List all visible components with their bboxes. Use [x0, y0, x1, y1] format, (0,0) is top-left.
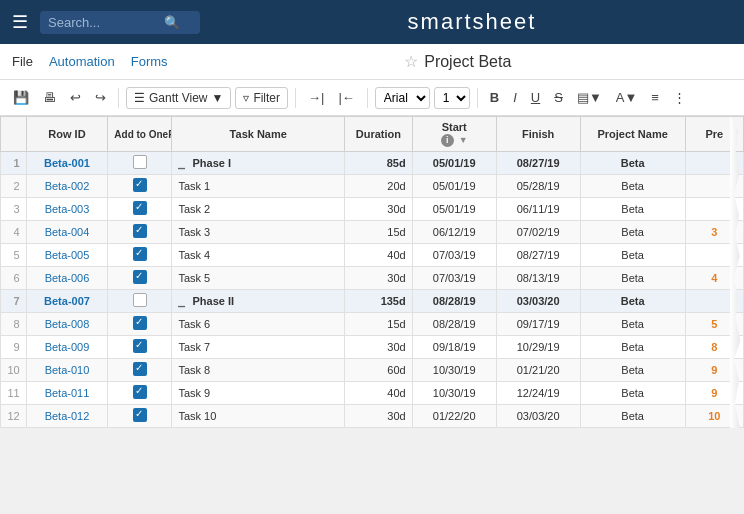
text-color-button[interactable]: A▼	[611, 87, 643, 108]
checked-checkbox[interactable]	[133, 339, 147, 353]
project-name-cell: Beta	[580, 152, 685, 175]
row-number: 10	[1, 359, 27, 382]
underline-button[interactable]: U	[526, 87, 545, 108]
italic-button[interactable]: I	[508, 87, 522, 108]
filter-button[interactable]: ▿ Filter	[235, 87, 288, 109]
row-id-cell: Beta-010	[26, 359, 108, 382]
toolbar-divider-2	[295, 88, 296, 108]
row-number: 3	[1, 198, 27, 221]
gantt-view-button[interactable]: ☰ Gantt View ▼	[126, 87, 231, 109]
col-header-finish[interactable]: Finish	[496, 117, 580, 152]
checked-checkbox[interactable]	[133, 224, 147, 238]
menu-bar: File Automation Forms ☆ Project Beta	[0, 44, 744, 80]
save-button[interactable]: 💾	[8, 87, 34, 108]
more-button[interactable]: ⋮	[668, 87, 691, 108]
strikethrough-button[interactable]: S	[549, 87, 568, 108]
menu-file[interactable]: File	[12, 54, 33, 69]
checkbox-cell[interactable]	[108, 152, 172, 175]
print-button[interactable]: 🖶	[38, 87, 61, 108]
finish-date-cell: 05/28/19	[496, 175, 580, 198]
finish-date-cell: 12/24/19	[496, 382, 580, 405]
checkbox-cell[interactable]	[108, 244, 172, 267]
menu-forms[interactable]: Forms	[131, 54, 168, 69]
checkbox-cell[interactable]	[108, 175, 172, 198]
row-id-cell: Beta-005	[26, 244, 108, 267]
unchecked-checkbox[interactable]	[133, 293, 147, 307]
search-box[interactable]: 🔍	[40, 11, 200, 34]
task-name-cell: ⎯ Phase II	[172, 290, 345, 313]
col-header-start[interactable]: Start i ▼	[412, 117, 496, 152]
align-button[interactable]: ≡	[646, 87, 664, 108]
row-number: 4	[1, 221, 27, 244]
checkbox-cell[interactable]	[108, 359, 172, 382]
row-id-cell: Beta-011	[26, 382, 108, 405]
checked-checkbox[interactable]	[133, 385, 147, 399]
font-family-select[interactable]: Arial	[375, 87, 430, 109]
checked-checkbox[interactable]	[133, 408, 147, 422]
spreadsheet-table: Row ID Add to OnePager Task Name Duratio…	[0, 116, 744, 428]
checkbox-cell[interactable]	[108, 336, 172, 359]
checked-checkbox[interactable]	[133, 178, 147, 192]
project-name-cell: Beta	[580, 290, 685, 313]
duration-cell: 40d	[345, 382, 413, 405]
checkbox-cell[interactable]	[108, 198, 172, 221]
start-date-cell: 05/01/19	[412, 175, 496, 198]
table-row: 7Beta-007⎯ Phase II135d08/28/1903/03/20B…	[1, 290, 744, 313]
phase-collapse-icon[interactable]: ⎯	[178, 295, 185, 307]
finish-date-cell: 09/17/19	[496, 313, 580, 336]
redo-button[interactable]: ↪	[90, 87, 111, 108]
start-date-cell: 07/03/19	[412, 267, 496, 290]
project-title-area: ☆ Project Beta	[184, 52, 732, 71]
checked-checkbox[interactable]	[133, 247, 147, 261]
checkbox-cell[interactable]	[108, 405, 172, 428]
project-name-cell: Beta	[580, 405, 685, 428]
start-date-cell: 08/28/19	[412, 313, 496, 336]
checkbox-cell[interactable]	[108, 382, 172, 405]
project-name-cell: Beta	[580, 221, 685, 244]
filter-label: Filter	[253, 91, 280, 105]
fill-color-button[interactable]: ▤▼	[572, 87, 607, 108]
project-star-icon[interactable]: ☆	[404, 52, 418, 71]
finish-date-cell: 03/03/20	[496, 405, 580, 428]
checked-checkbox[interactable]	[133, 362, 147, 376]
checked-checkbox[interactable]	[133, 201, 147, 215]
hamburger-menu-icon[interactable]: ☰	[12, 11, 28, 33]
indent-button[interactable]: →|	[303, 87, 329, 108]
duration-cell: 85d	[345, 152, 413, 175]
table-header-row: Row ID Add to OnePager Task Name Duratio…	[1, 117, 744, 152]
top-navigation-bar: ☰ 🔍 smartsheet	[0, 0, 744, 44]
bold-button[interactable]: B	[485, 87, 504, 108]
col-header-add-to-onepager[interactable]: Add to OnePager	[108, 117, 172, 152]
start-date-cell: 08/28/19	[412, 290, 496, 313]
data-table: Row ID Add to OnePager Task Name Duratio…	[0, 116, 744, 428]
row-number: 11	[1, 382, 27, 405]
col-header-duration[interactable]: Duration	[345, 117, 413, 152]
gantt-dropdown-icon: ▼	[211, 91, 223, 105]
row-number: 2	[1, 175, 27, 198]
checked-checkbox[interactable]	[133, 270, 147, 284]
checkbox-cell[interactable]	[108, 267, 172, 290]
menu-automation[interactable]: Automation	[49, 54, 115, 69]
col-header-row-id[interactable]: Row ID	[26, 117, 108, 152]
unchecked-checkbox[interactable]	[133, 155, 147, 169]
outdent-button[interactable]: |←	[333, 87, 359, 108]
checkbox-cell[interactable]	[108, 313, 172, 336]
duration-cell: 30d	[345, 405, 413, 428]
font-size-select[interactable]: 10	[434, 87, 470, 109]
phase-collapse-icon[interactable]: ⎯	[178, 157, 185, 169]
checked-checkbox[interactable]	[133, 316, 147, 330]
undo-button[interactable]: ↩	[65, 87, 86, 108]
task-name-cell: Task 9	[172, 382, 345, 405]
checkbox-cell[interactable]	[108, 221, 172, 244]
col-header-task-name[interactable]: Task Name	[172, 117, 345, 152]
toolbar: 💾 🖶 ↩ ↪ ☰ Gantt View ▼ ▿ Filter →| |← Ar…	[0, 80, 744, 116]
checkbox-cell[interactable]	[108, 290, 172, 313]
table-row: 2Beta-002 Task 120d05/01/1905/28/19Beta	[1, 175, 744, 198]
duration-cell: 30d	[345, 198, 413, 221]
col-header-project-name[interactable]: Project Name	[580, 117, 685, 152]
project-name-cell: Beta	[580, 382, 685, 405]
search-input[interactable]	[48, 15, 158, 30]
start-date-cell: 01/22/20	[412, 405, 496, 428]
row-id-cell: Beta-012	[26, 405, 108, 428]
task-name-cell: Task 3	[172, 221, 345, 244]
